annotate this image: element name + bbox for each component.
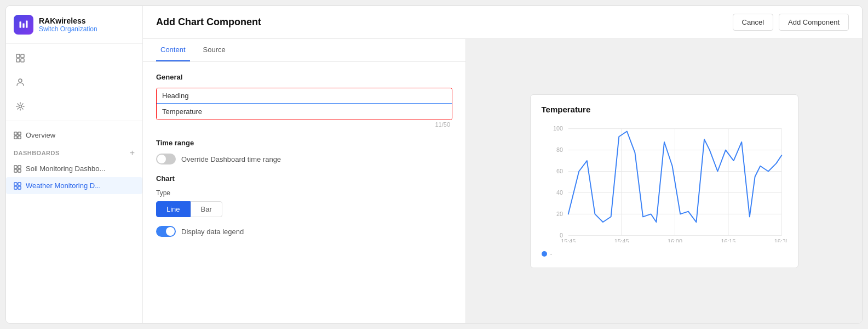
svg-text:20: 20 [556,211,563,217]
main-header: Add Chart Component Cancel Add Component [143,6,862,39]
toggle-knob [157,155,166,163]
tab-bar: Content Source [143,39,465,62]
svg-text:40: 40 [556,189,563,196]
tab-source[interactable]: Source [199,39,230,61]
svg-text:100: 100 [553,125,563,132]
sidebar-item-weather[interactable]: Weather Monitoring D... [6,177,142,194]
type-label: Type [156,189,452,197]
dashboards-label: DASHBOARDS [14,150,60,156]
general-section-label: General [156,73,452,81]
display-legend-label: Display data legend [181,228,244,236]
legend-label: - [550,250,553,258]
display-legend-toggle[interactable] [156,226,176,237]
svg-rect-9 [14,132,17,134]
heading-label-row: Heading [157,88,452,103]
right-panel: Temperature [466,39,862,323]
override-toggle[interactable] [156,154,176,164]
add-dashboard-button[interactable]: + [130,148,135,158]
svg-rect-16 [18,169,21,172]
sidebar-icon-panels[interactable] [14,52,27,65]
svg-text:15:45: 15:45 [614,238,629,242]
app-window: RAKwireless Switch Organization Overview… [5,5,863,324]
chart-preview-title: Temperature [542,105,787,114]
svg-point-7 [19,79,22,82]
main-content: Add Chart Component Cancel Add Component… [143,6,862,323]
add-component-button[interactable]: Add Component [779,14,849,31]
svg-rect-5 [16,59,20,62]
heading-field-group: Heading 11/50 [156,88,452,129]
svg-rect-19 [14,186,17,189]
override-toggle-label: Override Dashboard time range [181,155,281,163]
content-panels: Content Source General Heading [143,39,862,323]
chart-legend: - [542,250,787,258]
svg-text:16:30: 16:30 [774,238,786,242]
chart-svg-container: 0 20 40 60 80 100 15:45 15:45 16:00 16:1… [542,122,787,245]
svg-rect-6 [21,59,24,62]
time-range-section: Time range Override Dashboard time range [156,139,452,164]
brand-name: RAKwireless [39,16,97,25]
display-legend-row: Display data legend [156,226,452,237]
time-range-label: Time range [156,139,452,147]
svg-rect-3 [16,54,20,58]
chart-label: Chart [156,174,452,183]
svg-rect-0 [20,21,21,28]
svg-rect-4 [21,54,24,58]
chart-section: Chart Type Line Bar Display data legend [156,174,452,237]
chart-preview-card: Temperature [530,94,798,268]
svg-rect-10 [18,132,21,134]
header-actions: Cancel Add Component [733,14,849,31]
app-logo [14,15,33,35]
sidebar-icon-group [6,44,142,121]
brand-info: RAKwireless Switch Organization [39,16,97,33]
heading-input[interactable] [157,103,452,120]
override-toggle-row: Override Dashboard time range [156,154,452,164]
type-bar-button[interactable]: Bar [191,201,222,217]
cancel-button[interactable]: Cancel [733,14,773,31]
left-panel: Content Source General Heading [143,39,466,323]
type-toggle-group: Line Bar [156,201,452,217]
sidebar-item-soil[interactable]: Soil Monitoring Dashbo... [6,160,142,177]
svg-text:80: 80 [556,146,563,153]
heading-input-wrapper: Heading [156,88,452,120]
dashboards-section-header: DASHBOARDS + [6,144,142,160]
switch-org-link[interactable]: Switch Organization [39,25,97,33]
form-area: General Heading 11/50 Time range [143,62,465,248]
sidebar-header: RAKwireless Switch Organization [6,6,142,44]
svg-rect-15 [14,169,17,172]
svg-rect-13 [14,165,17,168]
svg-rect-2 [26,21,27,28]
svg-text:16:15: 16:15 [721,238,735,242]
sidebar-item-overview[interactable]: Overview [6,127,142,144]
svg-text:60: 60 [556,168,563,174]
tab-content[interactable]: Content [156,39,190,61]
type-line-button[interactable]: Line [156,201,191,217]
svg-rect-14 [18,165,21,168]
sidebar-icon-user[interactable] [14,76,27,89]
svg-point-8 [19,105,22,108]
svg-rect-17 [14,182,17,185]
legend-dot [542,251,547,257]
page-title: Add Chart Component [156,16,261,28]
char-count: 11/50 [156,120,452,129]
svg-text:16:00: 16:00 [668,238,682,242]
svg-rect-18 [18,182,21,185]
sidebar: RAKwireless Switch Organization Overview… [6,6,143,323]
legend-toggle-knob [166,227,175,236]
svg-rect-20 [18,186,21,189]
svg-rect-11 [14,135,17,138]
svg-rect-12 [18,135,21,138]
sidebar-icon-settings[interactable] [14,100,27,113]
svg-text:15:45: 15:45 [561,238,576,242]
sidebar-nav: Overview DASHBOARDS + Soil Monitoring Da… [6,121,142,323]
svg-rect-1 [22,24,24,28]
